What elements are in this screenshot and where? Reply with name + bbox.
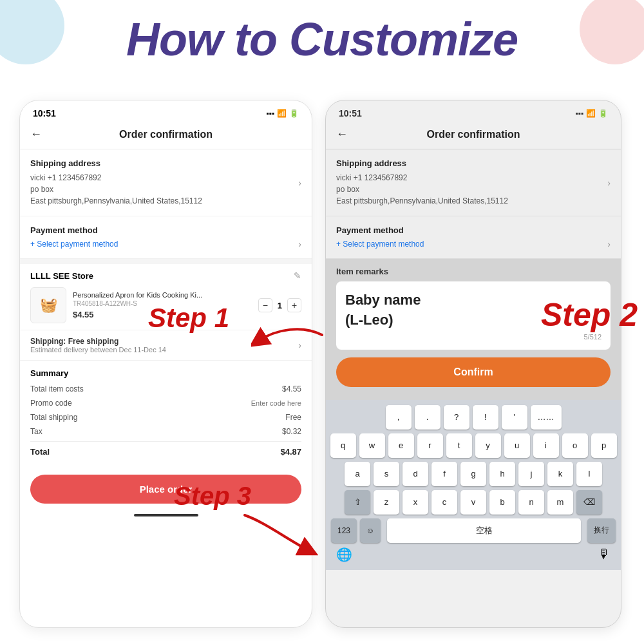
kb-num[interactable]: 123	[331, 518, 357, 543]
nav-title-left: Order confirmation	[52, 129, 279, 140]
summary-title-left: Summary	[30, 368, 301, 378]
kb-mic[interactable]: 🎙	[598, 547, 611, 562]
chevron-shipping-right[interactable]: ›	[607, 178, 611, 188]
kb-j[interactable]: j	[518, 462, 544, 486]
kb-o[interactable]: o	[562, 433, 588, 458]
step3-arrow	[238, 509, 322, 560]
shipping-section-left: Shipping address vicki +1 1234567892 po …	[20, 149, 312, 216]
payment-section-left: Payment method + Select payment method ›	[20, 216, 312, 259]
step1-label: Step 1	[148, 303, 229, 334]
shipping-section-right: Shipping address vicki +1 1234567892 po …	[326, 149, 621, 216]
back-button-left[interactable]: ←	[30, 128, 42, 141]
chevron-payment-left[interactable]: ›	[298, 239, 301, 249]
item-costs-value: $4.55	[282, 384, 301, 393]
step1-arrow	[251, 316, 328, 354]
store-name-left: LLLL SEE Store	[30, 271, 93, 281]
kb-b[interactable]: b	[489, 490, 515, 515]
payment-title-right: Payment method	[336, 225, 611, 235]
tax-label: Tax	[30, 427, 43, 436]
shipping-addr2-right: East pittsburgh,Pennsylvania,United Stat…	[336, 195, 508, 207]
kb-e[interactable]: e	[388, 433, 414, 458]
time-right: 10:51	[339, 108, 362, 118]
kb-y[interactable]: y	[475, 433, 501, 458]
kb-q[interactable]: q	[330, 433, 356, 458]
chevron-shipping-left[interactable]: ›	[298, 178, 301, 188]
kb-f[interactable]: f	[431, 462, 457, 486]
shipping-name-right: vicki +1 1234567892	[336, 172, 508, 184]
kb-row-special: , . ? ! ' ……	[328, 405, 618, 430]
product-image-left: 🧺	[30, 287, 66, 323]
kb-globe[interactable]: 🌐	[336, 547, 352, 562]
qty-increase-left[interactable]: +	[287, 298, 301, 312]
kb-w[interactable]: w	[359, 433, 385, 458]
shipping-name-left: vicki +1 1234567892	[30, 172, 202, 184]
confirm-button[interactable]: Confirm	[336, 357, 611, 387]
promo-label: Promo code	[30, 399, 72, 408]
kb-s[interactable]: s	[374, 462, 399, 486]
separator-left	[20, 259, 312, 264]
step2-label: Step 2	[541, 296, 638, 334]
nav-bar-left: ← Order confirmation	[20, 122, 312, 149]
total-value: $4.87	[280, 447, 301, 457]
kb-g[interactable]: g	[460, 462, 486, 486]
kb-key-ellipsis[interactable]: ……	[531, 405, 562, 430]
kb-row-3: ⇧ z x c v b n m ⌫	[328, 490, 618, 515]
kb-return[interactable]: 换行	[587, 518, 616, 543]
shipping-label-left: Shipping: Free shipping	[30, 337, 166, 346]
summary-section-left: Summary Total item costs $4.55 Promo cod…	[20, 361, 312, 469]
kb-t[interactable]: t	[446, 433, 472, 458]
nav-title-right: Order confirmation	[358, 129, 589, 140]
payment-section-right: Payment method + Select payment method ›	[326, 216, 621, 259]
shipping-estimate-left: Estimated delivery between Dec 11-Dec 14	[30, 346, 166, 354]
back-button-right[interactable]: ←	[336, 128, 348, 141]
payment-link-right[interactable]: + Select payment method	[336, 240, 424, 249]
phone-right: 10:51 ▪▪▪ 📶 🔋 ← Order confirmation Shipp…	[325, 100, 621, 628]
kb-x[interactable]: x	[402, 490, 428, 515]
kb-h[interactable]: h	[489, 462, 515, 486]
kb-backspace[interactable]: ⌫	[576, 490, 602, 515]
wifi-icon: 📶	[277, 109, 287, 118]
kb-shift[interactable]: ⇧	[345, 490, 370, 515]
chevron-payment-right[interactable]: ›	[607, 239, 611, 249]
kb-a[interactable]: a	[345, 462, 370, 486]
battery-icon: 🔋	[289, 109, 299, 118]
kb-key-comma[interactable]: ,	[386, 405, 412, 430]
step3-label: Step 3	[174, 482, 251, 511]
kb-emoji[interactable]: ☺	[360, 518, 381, 543]
kb-c[interactable]: c	[431, 490, 457, 515]
total-label: Total	[30, 447, 50, 457]
kb-key-period[interactable]: .	[415, 405, 440, 430]
kb-u[interactable]: u	[504, 433, 530, 458]
place-order-button[interactable]: Place order	[30, 475, 301, 504]
kb-i[interactable]: i	[533, 433, 559, 458]
kb-m[interactable]: m	[547, 490, 573, 515]
kb-p[interactable]: p	[591, 433, 617, 458]
kb-row-2: a s d f g h j k l	[328, 462, 618, 486]
kb-key-question[interactable]: ?	[444, 405, 469, 430]
kb-z[interactable]: z	[374, 490, 399, 515]
kb-k[interactable]: k	[547, 462, 573, 486]
shipping-title-left: Shipping address	[30, 158, 202, 168]
kb-v[interactable]: v	[460, 490, 486, 515]
qty-control-left: − 1 +	[258, 298, 301, 312]
kb-l[interactable]: l	[576, 462, 602, 486]
page-title: How to Customize	[0, 13, 644, 66]
signal-icon-right: ▪▪▪	[575, 109, 583, 118]
product-name-left: Personalized Apron for Kids Cooking Ki..…	[73, 291, 252, 299]
edit-icon-left[interactable]: ✎	[294, 270, 301, 281]
qty-decrease-left[interactable]: −	[258, 298, 272, 312]
status-bar-right: 10:51 ▪▪▪ 📶 🔋	[326, 100, 621, 122]
remarks-line2: (L-Leo)	[345, 312, 393, 328]
payment-link-left[interactable]: + Select payment method	[30, 240, 118, 249]
kb-space[interactable]: 空格	[387, 518, 581, 543]
signal-icon: ▪▪▪	[266, 109, 274, 118]
kb-r[interactable]: r	[417, 433, 443, 458]
nav-bar-right: ← Order confirmation	[326, 122, 621, 149]
shipping-label-sum: Total shipping	[30, 413, 77, 422]
kb-key-apos[interactable]: '	[502, 405, 527, 430]
kb-d[interactable]: d	[402, 462, 428, 486]
payment-title-left: Payment method	[30, 225, 301, 235]
promo-input[interactable]	[213, 399, 301, 407]
kb-key-exclaim[interactable]: !	[473, 405, 498, 430]
kb-n[interactable]: n	[518, 490, 544, 515]
